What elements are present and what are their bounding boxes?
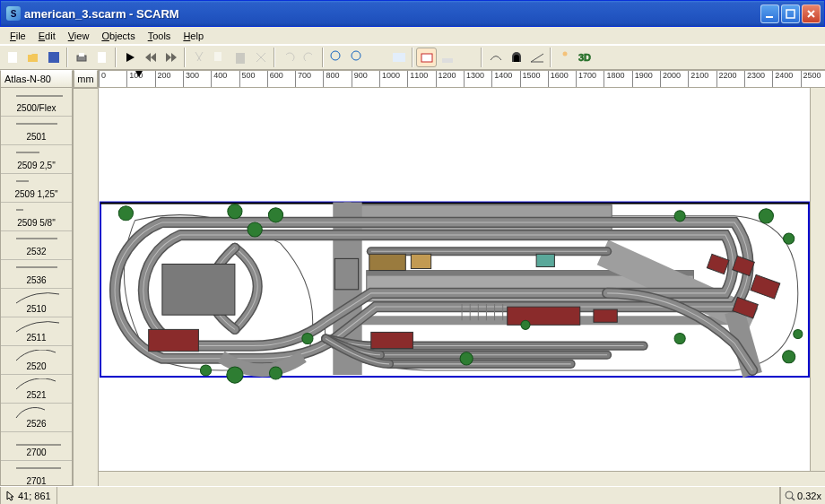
svg-rect-9 — [98, 52, 106, 63]
library-item-label: 2511 — [26, 333, 46, 343]
height-icon[interactable] — [437, 48, 457, 67]
ruler-tick: 2500 — [801, 71, 802, 87]
minimize-button[interactable] — [760, 4, 779, 23]
svg-rect-24: 1:1 — [393, 53, 405, 62]
library-item[interactable]: 2500/Flex — [1, 88, 72, 117]
ruler-tick: 500 — [239, 71, 240, 87]
open-icon[interactable] — [22, 48, 43, 67]
library-item[interactable]: 2501 — [1, 117, 72, 145]
library-list: 2500/Flex25012509 2,5"2509 1,25"2509 5/8… — [0, 88, 73, 486]
delete-icon[interactable] — [250, 48, 271, 67]
library-item-label: 2520 — [26, 361, 46, 371]
figure-icon[interactable] — [554, 48, 575, 67]
track-shape-icon — [14, 436, 59, 447]
print-icon[interactable] — [71, 48, 91, 67]
library-item-label: 2532 — [26, 247, 46, 256]
library-item[interactable]: 2701 — [1, 461, 72, 486]
layout-drawing — [99, 88, 810, 471]
rewind-icon[interactable] — [140, 48, 161, 67]
library-item[interactable]: 2520 — [1, 346, 72, 375]
paste-icon[interactable] — [230, 48, 250, 67]
svg-line-90 — [792, 498, 795, 500]
menu-tools[interactable]: Tools — [142, 29, 178, 43]
svg-rect-54 — [162, 264, 235, 315]
save-icon[interactable] — [43, 48, 64, 67]
ruler-tick: 400 — [211, 71, 212, 87]
library-item-label: 2509 2,5" — [17, 161, 55, 170]
new-icon[interactable] — [2, 48, 22, 67]
cut-icon[interactable] — [188, 48, 209, 67]
library-item[interactable]: 2700 — [1, 432, 72, 461]
ruler-tick: 1100 — [407, 71, 408, 87]
svg-rect-23 — [373, 53, 384, 62]
canvas-column: 0100200300400500600700800900100011001200… — [99, 70, 825, 486]
svg-point-79 — [269, 367, 282, 379]
redo-icon[interactable] — [299, 48, 319, 67]
library-item-label: 2701 — [26, 476, 46, 486]
library-item[interactable]: 2521 — [1, 375, 72, 404]
track-shape-icon — [14, 235, 59, 246]
undo-icon[interactable] — [278, 48, 299, 67]
svg-rect-26 — [421, 54, 432, 62]
preview-icon[interactable] — [91, 48, 112, 67]
track-shape-icon — [14, 321, 59, 332]
zoom-in-icon[interactable] — [326, 48, 347, 67]
library-item[interactable]: 2509 5/8" — [1, 203, 72, 231]
baseboard-icon[interactable] — [416, 48, 437, 67]
status-zoom[interactable]: 0.32x — [780, 487, 825, 504]
svg-point-73 — [118, 206, 133, 221]
menu-file[interactable]: File — [4, 29, 32, 43]
menu-view[interactable]: View — [62, 29, 96, 43]
start-icon[interactable] — [119, 48, 140, 67]
library-column: Atlas-N-80 2500/Flex25012509 2,5"2509 1,… — [0, 70, 74, 486]
zoom-icon — [785, 491, 795, 501]
horizontal-scrollbar[interactable] — [99, 471, 825, 486]
menubar: FileEditViewObjectsToolsHelp — [0, 27, 825, 45]
svg-point-76 — [268, 208, 282, 222]
library-item[interactable]: 2511 — [1, 317, 72, 346]
svg-point-74 — [228, 204, 242, 219]
svg-rect-7 — [79, 53, 84, 56]
svg-rect-14 — [214, 52, 221, 61]
maximize-button[interactable] — [781, 4, 800, 23]
slope-icon[interactable] — [526, 48, 547, 67]
close-button[interactable] — [802, 4, 821, 23]
svg-point-75 — [248, 222, 262, 237]
menu-edit[interactable]: Edit — [32, 29, 62, 43]
menu-objects[interactable]: Objects — [95, 29, 141, 43]
library-header[interactable]: Atlas-N-80 — [0, 70, 73, 88]
view3d-icon[interactable]: 3D — [575, 48, 595, 67]
library-item[interactable]: 2532 — [1, 231, 72, 260]
svg-rect-60 — [594, 309, 617, 322]
track-shape-icon — [14, 91, 59, 102]
measure-icon[interactable] — [457, 48, 478, 67]
status-spacer — [57, 487, 780, 504]
canvas[interactable] — [99, 88, 810, 471]
svg-point-83 — [674, 333, 685, 343]
fit-icon[interactable] — [368, 48, 388, 67]
svg-point-84 — [783, 351, 795, 363]
library-item[interactable]: 2526 — [1, 404, 72, 432]
bridge-icon[interactable] — [485, 48, 506, 67]
track-shape-icon — [14, 178, 59, 188]
svg-rect-56 — [369, 254, 406, 270]
library-item[interactable]: 2510 — [1, 289, 72, 317]
status-coords: 41; 861 — [0, 487, 57, 504]
svg-point-77 — [200, 365, 211, 376]
cursor-icon — [6, 491, 15, 501]
svg-point-82 — [521, 320, 530, 329]
track-shape-icon — [14, 350, 59, 361]
library-item[interactable]: 2536 — [1, 260, 72, 289]
library-item[interactable]: 2509 2,5" — [1, 145, 72, 174]
ruler-tick: 900 — [352, 71, 352, 87]
menu-help[interactable]: Help — [177, 29, 210, 43]
library-item[interactable]: 2509 1,25" — [1, 174, 72, 203]
copy-icon[interactable] — [209, 48, 230, 67]
library-item-label: 2521 — [26, 390, 46, 400]
one-to-one-icon[interactable]: 1:1 — [388, 48, 409, 67]
tunnel-icon[interactable] — [506, 48, 526, 67]
unit-switch[interactable]: mm — [74, 70, 98, 88]
fastforward-icon[interactable] — [161, 48, 181, 67]
vertical-scrollbar[interactable] — [810, 88, 825, 471]
zoom-out-icon[interactable] — [347, 48, 368, 67]
